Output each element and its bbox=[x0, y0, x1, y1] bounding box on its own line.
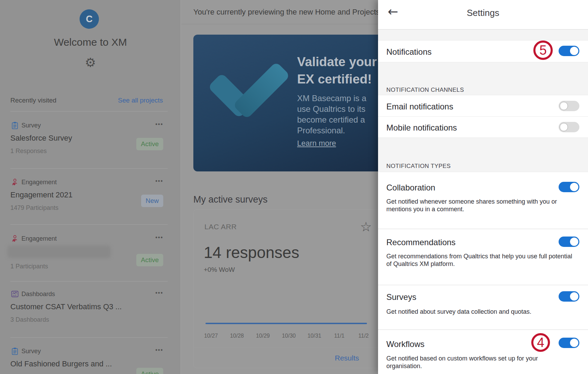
project-name[interactable]: Salesforce Survey bbox=[10, 134, 135, 143]
project-type-label: Engagement bbox=[21, 235, 57, 242]
section-gap: NOTIFICATION CHANNELS bbox=[378, 62, 588, 95]
project-item-engagement-2021[interactable]: Engagement ••• Engagement 2021 1479 Part… bbox=[0, 175, 181, 226]
project-name[interactable]: Old Fashioned Burgers and ... bbox=[10, 359, 135, 368]
status-badge: Active bbox=[136, 368, 163, 374]
project-type-label: Survey bbox=[21, 122, 41, 129]
settings-title: Settings bbox=[378, 8, 588, 18]
notifications-label: Notifications bbox=[386, 47, 432, 57]
project-type-label: Survey bbox=[21, 348, 41, 355]
x-tick: 10/30 bbox=[278, 333, 299, 339]
surveys-toggle[interactable] bbox=[559, 291, 579, 302]
divider bbox=[10, 168, 168, 169]
divider bbox=[378, 285, 588, 285]
ellipsis-menu-icon[interactable]: ••• bbox=[155, 121, 163, 127]
x-tick: 10/27 bbox=[201, 333, 221, 339]
divider bbox=[10, 111, 168, 112]
x-tick: 11/2 bbox=[353, 333, 374, 339]
annotation-circle-4: 4 bbox=[531, 333, 550, 352]
ellipsis-menu-icon[interactable]: ••• bbox=[155, 290, 163, 296]
dashboards-icon bbox=[11, 290, 19, 298]
x-tick: 10/29 bbox=[252, 333, 273, 339]
recommendations-description: of Qualtrics XM platform. bbox=[386, 260, 455, 268]
gear-icon[interactable]: ⚙ bbox=[0, 55, 181, 70]
star-favorite-icon[interactable]: ☆ bbox=[360, 219, 372, 234]
welcome-title: Welcome to XM bbox=[0, 36, 181, 48]
app-window: C Welcome to XM ⚙ Recently visited See a… bbox=[0, 0, 588, 374]
project-meta: 1 Responses bbox=[10, 148, 47, 155]
recently-visited-label: Recently visited bbox=[10, 97, 56, 104]
sidebar: C Welcome to XM ⚙ Recently visited See a… bbox=[0, 0, 181, 374]
project-meta: 1479 Participants bbox=[10, 204, 58, 212]
learn-more-link[interactable]: Learn more bbox=[297, 139, 336, 148]
collaboration-description: Get notified whenever someone shares som… bbox=[386, 198, 557, 205]
redacted-project-name bbox=[8, 246, 111, 258]
wow-delta: +0% WoW bbox=[204, 266, 235, 274]
ellipsis-menu-icon[interactable]: ••• bbox=[155, 347, 163, 353]
project-item-engagement-redacted[interactable]: Engagement ••• 1 Participants Active bbox=[0, 231, 181, 283]
status-badge: New bbox=[141, 195, 163, 207]
divider bbox=[378, 329, 588, 330]
notification-channels-header: NOTIFICATION CHANNELS bbox=[386, 87, 464, 93]
x-tick: 11/1 bbox=[329, 333, 350, 339]
settings-header: ← Settings bbox=[378, 0, 588, 29]
active-surveys-title: My active surveys bbox=[193, 194, 268, 205]
collaboration-label: Collaboration bbox=[386, 183, 435, 193]
workflows-description: Get notified based on custom workflows s… bbox=[386, 355, 538, 362]
toggle-knob bbox=[570, 339, 578, 347]
recommendations-toggle[interactable] bbox=[559, 237, 579, 247]
project-type-label: Engagement bbox=[21, 179, 57, 186]
results-link[interactable]: Results bbox=[335, 354, 359, 362]
recommendations-label: Recommendations bbox=[386, 238, 456, 247]
ellipsis-menu-icon[interactable]: ••• bbox=[155, 234, 163, 241]
x-tick: 10/31 bbox=[304, 333, 325, 339]
survey-icon bbox=[11, 122, 19, 129]
toggle-knob bbox=[570, 183, 578, 191]
surveys-label: Surveys bbox=[386, 292, 416, 302]
email-notifications-toggle[interactable] bbox=[559, 101, 579, 111]
project-item-customer-csat[interactable]: Dashboards ••• Customer CSAT Verbatims Q… bbox=[0, 286, 181, 338]
toggle-knob bbox=[570, 238, 578, 246]
engagement-icon bbox=[11, 235, 19, 242]
project-meta: 3 Dashboards bbox=[10, 316, 49, 323]
engagement-icon bbox=[11, 178, 19, 186]
ellipsis-menu-icon[interactable]: ••• bbox=[155, 178, 163, 184]
notification-types-header: NOTIFICATION TYPES bbox=[386, 163, 451, 170]
project-item-salesforce-survey[interactable]: Survey ••• Salesforce Survey 1 Responses… bbox=[0, 118, 181, 170]
notifications-toggle[interactable] bbox=[559, 46, 579, 56]
status-badge: Active bbox=[136, 138, 163, 150]
section-gap bbox=[378, 29, 588, 41]
banner-body-text: use Qualtrics to its bbox=[297, 104, 365, 114]
banner-body-text: XM Basecamp is a bbox=[297, 93, 366, 104]
divider bbox=[378, 229, 588, 229]
mobile-notifications-toggle[interactable] bbox=[559, 122, 579, 132]
project-meta: 1 Participants bbox=[10, 263, 48, 270]
active-survey-card[interactable]: LAC ARR ☆ 14 responses +0% WoW 10/27 10/… bbox=[193, 209, 378, 368]
surveys-description: Get notified about survey data collectio… bbox=[386, 308, 531, 315]
toggle-knob bbox=[570, 292, 578, 301]
survey-icon bbox=[11, 347, 19, 355]
workflows-toggle[interactable] bbox=[559, 338, 579, 348]
see-all-projects-link[interactable]: See all projects bbox=[118, 97, 163, 104]
project-type-label: Dashboards bbox=[21, 291, 55, 298]
preview-notice-text: You're currently previewing the new Home… bbox=[193, 8, 378, 17]
recommendations-description: Get recommendations from Qualtrics that … bbox=[386, 252, 572, 260]
mobile-notifications-label: Mobile notifications bbox=[386, 123, 457, 133]
ex-basecamp-banner[interactable]: Validate your EX certified! XM Basecamp … bbox=[193, 35, 378, 171]
banner-headline: EX certified! bbox=[297, 72, 372, 87]
project-item-old-fashioned-burgers[interactable]: Survey ••• Old Fashioned Burgers and ...… bbox=[0, 344, 181, 374]
banner-headline: Validate your bbox=[297, 55, 377, 69]
toggle-knob bbox=[560, 123, 568, 131]
workflows-label: Workflows bbox=[386, 339, 424, 349]
avatar[interactable]: C bbox=[80, 9, 99, 29]
collaboration-toggle[interactable] bbox=[559, 182, 579, 192]
checkmark-logo-icon bbox=[233, 62, 291, 119]
settings-panel: ← Settings Notifications 5 NOTIFICATION … bbox=[378, 0, 588, 374]
divider bbox=[194, 347, 378, 348]
project-name[interactable]: Customer CSAT Verbatims Q3 ... bbox=[10, 302, 135, 311]
project-name[interactable]: Engagement 2021 bbox=[10, 190, 135, 199]
x-tick: 10/28 bbox=[227, 333, 247, 339]
main-content: You're currently previewing the new Home… bbox=[181, 0, 378, 374]
toggle-knob bbox=[560, 102, 568, 110]
email-notifications-label: Email notifications bbox=[386, 102, 453, 112]
banner-body-text: Professional. bbox=[297, 125, 345, 136]
